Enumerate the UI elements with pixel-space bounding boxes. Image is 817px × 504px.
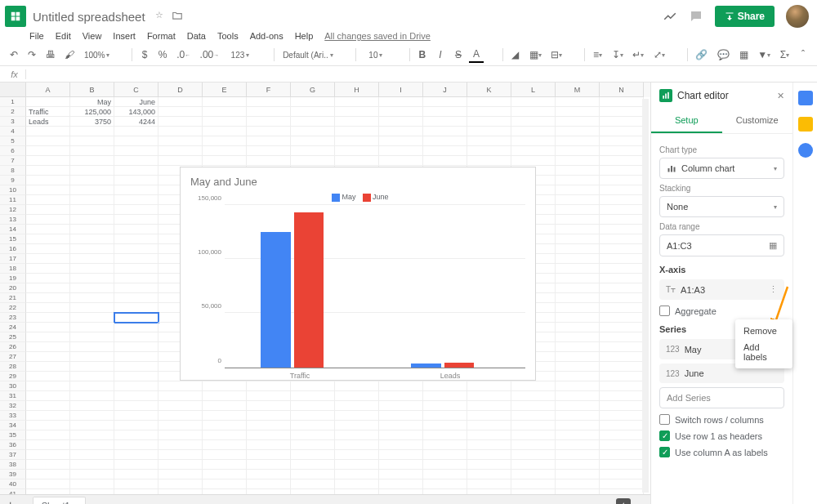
cell[interactable]	[26, 225, 70, 234]
cell[interactable]	[556, 430, 600, 440]
row-header[interactable]: 37	[0, 450, 26, 460]
column-header[interactable]: B	[70, 83, 114, 97]
cell[interactable]	[114, 185, 158, 195]
cell[interactable]	[423, 156, 467, 166]
cell[interactable]	[600, 244, 644, 254]
cell[interactable]: May	[70, 97, 114, 107]
cell[interactable]	[26, 430, 70, 440]
chart-icon[interactable]: ▦	[736, 47, 752, 63]
cell[interactable]	[114, 470, 158, 479]
cell[interactable]	[26, 421, 70, 430]
cell[interactable]	[203, 117, 247, 127]
move-folder-icon[interactable]	[172, 10, 185, 23]
cell[interactable]	[70, 303, 114, 313]
cell[interactable]	[600, 450, 644, 460]
row-header[interactable]: 36	[0, 440, 26, 450]
avatar[interactable]	[786, 5, 809, 28]
cell[interactable]	[556, 450, 600, 460]
cell[interactable]	[556, 136, 600, 146]
cell[interactable]	[203, 450, 247, 460]
row-header[interactable]: 39	[0, 470, 26, 479]
cell[interactable]	[511, 136, 556, 146]
cell[interactable]	[423, 146, 467, 156]
rotate-icon[interactable]: ⤢▾	[650, 47, 668, 63]
cell[interactable]	[203, 156, 247, 166]
cell[interactable]	[600, 107, 644, 117]
cell[interactable]	[335, 470, 379, 479]
cell[interactable]	[511, 391, 556, 401]
cell[interactable]	[70, 156, 114, 166]
trend-icon[interactable]	[663, 9, 677, 24]
cell[interactable]	[26, 195, 70, 205]
cell[interactable]	[600, 136, 644, 146]
cell[interactable]	[158, 470, 203, 479]
cell[interactable]	[556, 381, 600, 391]
row-header[interactable]: 2	[0, 107, 26, 117]
cell[interactable]	[556, 303, 600, 313]
cell[interactable]	[203, 411, 247, 421]
cell[interactable]	[70, 127, 114, 136]
cell[interactable]	[158, 440, 203, 450]
panel-collapse-icon[interactable]: ›	[641, 501, 644, 505]
valign-icon[interactable]: ↧▾	[609, 47, 627, 63]
row-header[interactable]: 18	[0, 264, 26, 274]
cell[interactable]	[556, 156, 600, 166]
cell[interactable]	[511, 146, 556, 156]
filter-icon[interactable]: ▼▾	[754, 47, 773, 63]
cell[interactable]	[335, 117, 379, 127]
cell[interactable]	[114, 195, 158, 205]
cell[interactable]	[26, 254, 70, 264]
cell[interactable]: Leads	[26, 117, 70, 127]
cell[interactable]	[26, 215, 70, 225]
cell[interactable]	[70, 401, 114, 411]
cell[interactable]	[556, 391, 600, 401]
cell[interactable]	[423, 430, 467, 440]
cell[interactable]	[70, 479, 114, 489]
cell[interactable]	[26, 460, 70, 470]
row-header[interactable]: 27	[0, 352, 26, 362]
cell[interactable]	[26, 440, 70, 450]
cell[interactable]	[26, 313, 70, 323]
cell[interactable]	[70, 176, 114, 185]
text-color-icon[interactable]: A	[469, 47, 484, 63]
cell[interactable]	[291, 460, 335, 470]
cell[interactable]	[511, 470, 556, 479]
cell[interactable]	[70, 381, 114, 391]
save-status[interactable]: All changes saved in Drive	[324, 31, 431, 41]
cell[interactable]	[291, 430, 335, 440]
cell[interactable]	[203, 146, 247, 156]
cell[interactable]	[247, 156, 291, 166]
row-header[interactable]: 40	[0, 479, 26, 489]
cell[interactable]	[247, 430, 291, 440]
cell[interactable]	[556, 225, 600, 234]
cell[interactable]	[423, 421, 467, 430]
row-header[interactable]: 1	[0, 97, 26, 107]
cell[interactable]	[114, 215, 158, 225]
column-header[interactable]: C	[114, 83, 158, 97]
cell[interactable]	[379, 470, 423, 479]
cell[interactable]	[247, 136, 291, 146]
cell[interactable]	[556, 460, 600, 470]
cell[interactable]	[26, 244, 70, 254]
cell[interactable]	[291, 391, 335, 401]
cell[interactable]	[203, 430, 247, 440]
comments-icon[interactable]	[689, 9, 703, 24]
menu-view[interactable]: View	[83, 31, 102, 41]
cell[interactable]	[158, 136, 203, 146]
cell[interactable]	[70, 254, 114, 264]
cell[interactable]	[600, 166, 644, 176]
cell[interactable]	[26, 479, 70, 489]
cell[interactable]	[291, 127, 335, 136]
cell[interactable]	[556, 107, 600, 117]
cell[interactable]	[114, 293, 158, 303]
dec-decrease[interactable]: .0←	[173, 47, 194, 63]
cell[interactable]	[26, 362, 70, 372]
cell[interactable]	[203, 401, 247, 411]
cell[interactable]	[114, 332, 158, 342]
row-header[interactable]: 17	[0, 254, 26, 264]
cell[interactable]	[26, 391, 70, 401]
cell[interactable]	[556, 244, 600, 254]
cell[interactable]	[467, 450, 511, 460]
cell[interactable]	[467, 470, 511, 479]
cell[interactable]	[600, 205, 644, 215]
